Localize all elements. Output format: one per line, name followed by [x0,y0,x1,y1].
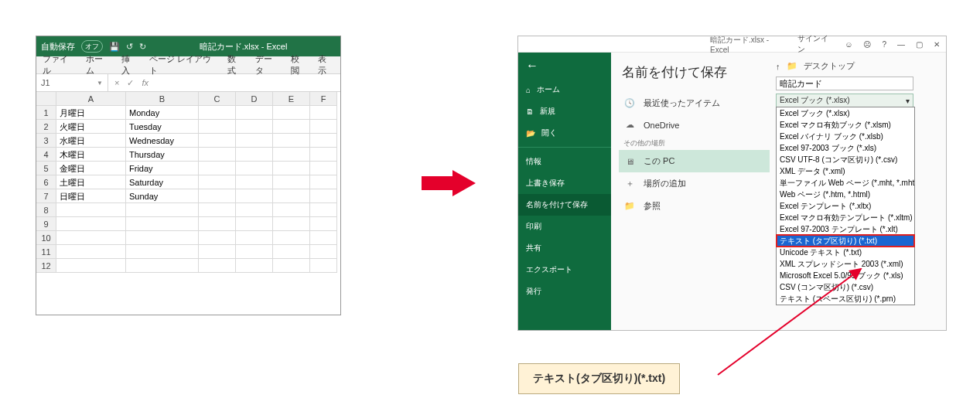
row-header[interactable]: 1 [36,106,56,120]
menu-formulas[interactable]: 数式 [227,53,244,77]
cell[interactable] [199,175,236,189]
filetype-option[interactable]: テキスト (タブ区切り) (*.txt) [777,235,914,247]
menu-home[interactable]: ホーム [86,53,111,77]
location-recent[interactable]: 🕓 最近使ったアイテム [619,92,770,114]
filetype-option[interactable]: Excel マクロ有効テンプレート (*.xltm) [777,212,914,223]
cell[interactable] [310,148,337,162]
cell[interactable] [310,203,337,217]
location-thispc[interactable]: 🖥 この PC [619,150,770,172]
cell[interactable] [126,231,199,245]
cell[interactable] [273,134,310,148]
cell[interactable]: 火曜日 [56,120,126,134]
filetype-combo[interactable]: Excel ブック (*.xlsx) ▾ [776,94,913,107]
cell[interactable] [273,217,310,231]
sidebar-item-saveas[interactable]: 名前を付けて保存 [518,194,611,216]
cell[interactable] [126,217,199,231]
filetype-option[interactable]: Excel ブック (*.xlsx) [777,107,914,119]
help-icon[interactable]: ? [882,40,886,49]
cell[interactable]: 日曜日 [56,189,126,203]
column-header[interactable]: E [273,92,310,106]
filename-input[interactable] [776,77,913,90]
sidebar-item-save[interactable]: 上書き保存 [518,172,611,194]
cell[interactable] [273,106,310,120]
location-browse[interactable]: 📁 参照 [619,195,770,217]
confirm-icon[interactable]: ✓ [127,78,134,88]
row-header[interactable]: 12 [36,259,56,273]
filetype-option[interactable]: Excel マクロ有効ブック (*.xlsm) [777,119,914,131]
row-header[interactable]: 3 [36,134,56,148]
cell[interactable] [199,120,236,134]
cell[interactable]: 月曜日 [56,106,126,120]
cell[interactable] [236,231,273,245]
sidebar-item-home[interactable]: ⌂ ホーム [518,79,611,100]
select-all-corner[interactable] [36,92,56,106]
cell[interactable] [199,231,236,245]
cell[interactable] [310,217,337,231]
filetype-option[interactable]: Web ページ (*.htm, *.html) [777,189,914,200]
cell[interactable] [273,175,310,189]
row-header[interactable]: 11 [36,245,56,259]
save-icon[interactable]: 💾 [109,42,120,52]
cell[interactable] [310,231,337,245]
name-box[interactable]: J1 ▼ [36,74,108,91]
cell[interactable]: Wednesday [126,134,199,148]
sidebar-item-print[interactable]: 印刷 [518,216,611,237]
cell[interactable] [310,189,337,203]
cell[interactable] [236,189,273,203]
sidebar-item-new[interactable]: 🗎 新規 [518,100,611,122]
cell[interactable] [199,134,236,148]
column-header[interactable]: C [199,92,236,106]
column-header[interactable]: A [56,92,126,106]
cell[interactable] [56,231,126,245]
sidebar-item-info[interactable]: 情報 [518,151,611,172]
cell[interactable] [310,175,337,189]
cell[interactable]: Friday [126,162,199,175]
row-header[interactable]: 2 [36,120,56,134]
cell[interactable] [199,203,236,217]
menu-file[interactable]: ファイル [43,53,75,77]
sidebar-item-share[interactable]: 共有 [518,237,611,259]
cell[interactable] [236,134,273,148]
cell[interactable] [310,162,337,175]
sidebar-item-open[interactable]: 📂 開く [518,122,611,144]
cell[interactable] [236,148,273,162]
menu-data[interactable]: データ [255,53,280,77]
cell[interactable] [56,245,126,259]
cell[interactable] [126,203,199,217]
cell[interactable]: 土曜日 [56,175,126,189]
row-header[interactable]: 8 [36,203,56,217]
filetype-option[interactable]: Excel テンプレート (*.xltx) [777,200,914,212]
cell[interactable]: Saturday [126,175,199,189]
filetype-option[interactable]: CSV UTF-8 (コンマ区切り) (*.csv) [777,154,914,165]
cell[interactable] [199,106,236,120]
cell[interactable] [199,217,236,231]
column-header[interactable]: B [126,92,199,106]
menu-review[interactable]: 校閲 [291,53,307,77]
cell[interactable] [273,203,310,217]
cell[interactable] [199,259,236,273]
cell[interactable] [273,245,310,259]
row-header[interactable]: 9 [36,217,56,231]
row-header[interactable]: 7 [36,189,56,203]
cell[interactable]: 木曜日 [56,148,126,162]
column-header[interactable]: D [236,92,273,106]
back-button[interactable]: ← [518,53,611,79]
cell[interactable] [310,106,337,120]
maximize-icon[interactable]: ▢ [916,40,923,49]
row-header[interactable]: 10 [36,231,56,245]
cell[interactable] [273,189,310,203]
cell[interactable]: 金曜日 [56,162,126,175]
folder-path-row[interactable]: ↑ 📁 デスクトップ [776,60,940,72]
redo-icon[interactable]: ↻ [139,42,146,52]
spreadsheet-grid[interactable]: ABCDEF1月曜日Monday2火曜日Tuesday3水曜日Wednesday… [36,92,340,273]
cell[interactable] [236,120,273,134]
cell[interactable] [236,175,273,189]
cell[interactable]: Sunday [126,189,199,203]
close-icon[interactable]: ✕ [934,40,940,49]
cell[interactable]: Tuesday [126,120,199,134]
face-sad-icon[interactable]: ☹ [863,40,871,49]
cell[interactable] [236,245,273,259]
cell[interactable] [56,259,126,273]
menu-pagelayout[interactable]: ページ レイアウト [149,53,217,77]
cell[interactable] [273,148,310,162]
